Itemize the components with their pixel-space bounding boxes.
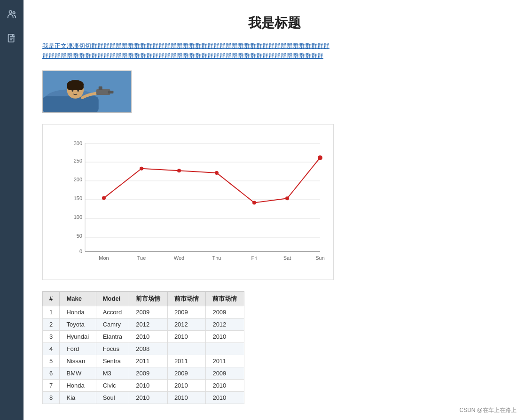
svg-text:100: 100	[74, 214, 82, 220]
line-chart: 0 50 100 150 200 250 300 Mon Tue Wed Thu…	[66, 134, 334, 265]
table-cell: 2010	[129, 391, 168, 404]
table-cell: 2011	[206, 355, 244, 367]
svg-text:Mon: Mon	[99, 255, 109, 261]
table-cell: 2011	[167, 355, 206, 367]
svg-text:150: 150	[74, 195, 82, 201]
article-image	[42, 70, 132, 113]
svg-rect-12	[99, 86, 102, 90]
svg-text:200: 200	[74, 177, 82, 182]
svg-point-1	[13, 12, 15, 14]
table-cell: 2008	[129, 342, 168, 355]
table-cell	[167, 342, 206, 355]
table-cell: 8	[43, 391, 60, 404]
table-cell: 2012	[167, 318, 206, 330]
table-row: 2ToyotaCamry201220122012	[43, 318, 244, 330]
table-cell: 2010	[206, 391, 244, 404]
table-cell: 2010	[167, 379, 206, 391]
sidebar	[0, 0, 24, 420]
table-cell: 2012	[129, 318, 168, 330]
table-cell: 2010	[129, 379, 168, 391]
table-cell: 2010	[206, 330, 244, 342]
table-header-row: # Make Model 前市场情 前市场情 前市场情	[43, 291, 244, 306]
table-cell: 3	[43, 330, 60, 342]
svg-point-9	[71, 90, 73, 92]
svg-text:Thu: Thu	[212, 255, 221, 261]
table-cell: 2009	[129, 306, 168, 318]
svg-point-38	[177, 169, 181, 172]
svg-text:0: 0	[79, 249, 82, 254]
svg-text:Sun: Sun	[315, 255, 325, 261]
svg-point-39	[215, 171, 219, 174]
table-cell: BMW	[60, 367, 96, 379]
svg-text:300: 300	[74, 140, 82, 146]
svg-point-37	[140, 166, 143, 170]
svg-point-40	[252, 201, 256, 204]
table-row: 3HyundaiElantra201020102010	[43, 330, 244, 342]
main-content: 我是标题 我是正文凄凄切切群群群群群群群群群群群群群群群群群群群群群群群群群群群…	[24, 0, 525, 420]
chart-container: 0 50 100 150 200 250 300 Mon Tue Wed Thu…	[42, 124, 334, 280]
table-cell: M3	[96, 367, 129, 379]
table-cell: Honda	[60, 306, 96, 318]
svg-text:50: 50	[77, 233, 82, 239]
svg-text:Sat: Sat	[283, 255, 291, 261]
watermark: CSDN @在车上在路上	[459, 406, 517, 414]
col-header-y1: 前市场情	[129, 291, 168, 306]
table-cell: 6	[43, 367, 60, 379]
table-row: 7HondaCivic201020102010	[43, 379, 244, 391]
table-cell: 2	[43, 318, 60, 330]
col-header-y2: 前市场情	[167, 291, 206, 306]
table-cell: 2009	[167, 306, 206, 318]
table-cell: Soul	[96, 391, 129, 404]
table-cell: Accord	[96, 306, 129, 318]
image-svg	[43, 70, 131, 113]
col-header-make: Make	[60, 291, 96, 306]
table-cell: Civic	[96, 379, 129, 391]
table-cell: 5	[43, 355, 60, 367]
table-cell: Focus	[96, 342, 129, 355]
description-text: 我是正文凄凄切切群群群群群群群群群群群群群群群群群群群群群群群群群群群群群群群群…	[42, 41, 334, 61]
table-row: 6BMWM3200920092009	[43, 367, 244, 379]
table-cell	[206, 342, 244, 355]
table-cell: Hyundai	[60, 330, 96, 342]
table-cell: 2010	[206, 379, 244, 391]
table-cell: 2012	[206, 318, 244, 330]
svg-point-41	[285, 196, 289, 200]
table-cell: 7	[43, 379, 60, 391]
table-cell: 2010	[167, 330, 206, 342]
svg-point-42	[318, 155, 322, 160]
table-cell: Honda	[60, 379, 96, 391]
svg-text:Fri: Fri	[251, 255, 258, 261]
table-cell: 1	[43, 306, 60, 318]
svg-rect-5	[43, 96, 99, 112]
svg-text:250: 250	[74, 158, 82, 163]
table-cell: 2009	[206, 306, 244, 318]
table-cell: Camry	[96, 318, 129, 330]
table-cell: Elantra	[96, 330, 129, 342]
people-icon[interactable]	[5, 8, 18, 21]
table-cell: 2009	[167, 367, 206, 379]
svg-point-0	[9, 11, 12, 14]
svg-text:Tue: Tue	[137, 255, 146, 261]
table-cell: 2010	[167, 391, 206, 404]
table-cell: 2011	[129, 355, 168, 367]
svg-rect-8	[67, 84, 84, 90]
table-cell: Ford	[60, 342, 96, 355]
svg-point-10	[77, 90, 79, 92]
table-row: 4FordFocus2008	[43, 342, 244, 355]
table-cell: 2009	[206, 367, 244, 379]
table-cell: Nissan	[60, 355, 96, 367]
col-header-num: #	[43, 291, 60, 306]
table-cell: 4	[43, 342, 60, 355]
table-row: 1HondaAccord200920092009	[43, 306, 244, 318]
document-icon[interactable]	[5, 32, 18, 45]
table-cell: Kia	[60, 391, 96, 404]
table-cell: 2009	[129, 367, 168, 379]
page-title: 我是标题	[42, 14, 506, 32]
table-row: 5NissanSentra201120112011	[43, 355, 244, 367]
table-row: 8KiaSoul201020102010	[43, 391, 244, 404]
col-header-model: Model	[96, 291, 129, 306]
table-cell: Sentra	[96, 355, 129, 367]
data-table: # Make Model 前市场情 前市场情 前市场情 1HondaAccord…	[42, 291, 244, 404]
svg-text:Wed: Wed	[174, 255, 184, 261]
svg-point-36	[102, 196, 106, 200]
